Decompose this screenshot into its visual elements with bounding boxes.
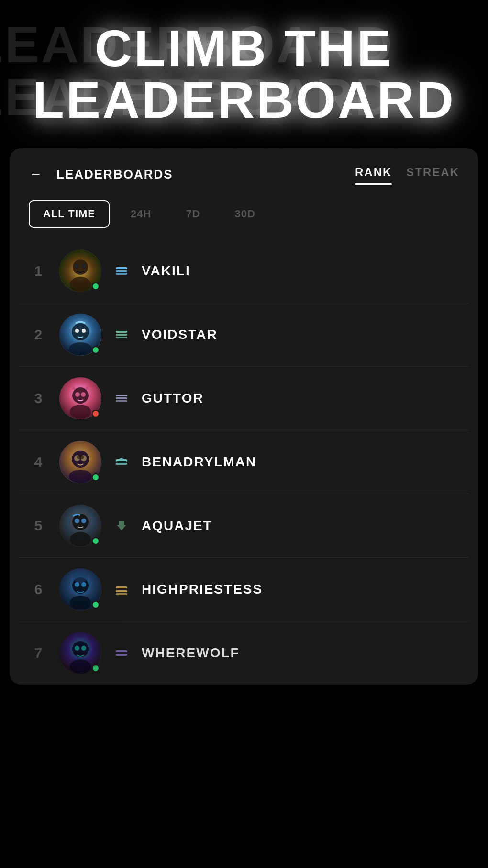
- svg-point-2: [70, 277, 91, 292]
- svg-point-34: [70, 532, 91, 546]
- svg-point-36: [81, 519, 86, 523]
- avatar-wrap: [59, 441, 101, 483]
- rank-badge-icon: [113, 644, 130, 662]
- svg-rect-44: [116, 593, 127, 595]
- table-row[interactable]: 7: [19, 621, 469, 685]
- rank-badge-icon: [113, 453, 130, 471]
- avatar-wrap: [59, 568, 101, 610]
- svg-rect-23: [116, 400, 127, 402]
- nav-header: ← LEADERBOARDS RANK STREAK: [10, 148, 478, 192]
- rank-badge-icon: [113, 326, 130, 343]
- svg-point-10: [69, 342, 92, 356]
- online-indicator: [92, 410, 100, 417]
- online-indicator: [92, 346, 100, 354]
- rank-number: 3: [29, 390, 48, 406]
- rank-badge-icon: [113, 581, 130, 598]
- rank-number: 1: [29, 263, 48, 279]
- svg-point-40: [75, 582, 79, 587]
- rank-number: 4: [29, 454, 48, 470]
- svg-point-11: [75, 329, 79, 333]
- leaderboard-list: 1: [10, 239, 478, 685]
- online-indicator: [92, 282, 100, 290]
- avatar-wrap: [59, 632, 101, 674]
- online-indicator: [92, 537, 100, 545]
- table-row[interactable]: 1: [19, 239, 469, 303]
- avatar-wrap: [59, 314, 101, 356]
- hero-title-line2: LEADERBOARD: [33, 74, 455, 126]
- svg-rect-21: [116, 397, 127, 399]
- player-name: BENADRYLMAN: [142, 454, 459, 470]
- player-name: WHEREWOLF: [142, 645, 459, 661]
- svg-rect-14: [116, 331, 127, 333]
- filter-7d[interactable]: 7D: [172, 201, 213, 227]
- avatar-wrap: [59, 505, 101, 547]
- svg-point-29: [77, 455, 84, 459]
- svg-point-20: [81, 392, 86, 397]
- filter-24h[interactable]: 24H: [117, 201, 165, 227]
- rank-number: 5: [29, 518, 48, 534]
- svg-rect-7: [116, 273, 127, 275]
- svg-point-12: [82, 329, 86, 333]
- time-filter: ALL TIME 24H 7D 30D: [10, 192, 478, 239]
- svg-rect-22: [116, 395, 127, 396]
- svg-point-47: [70, 659, 91, 674]
- rank-number: 6: [29, 581, 48, 597]
- rank-number: 7: [29, 645, 48, 661]
- player-name: GUTTOR: [142, 391, 459, 406]
- hero-title-line1: CLIMB THE: [95, 23, 393, 74]
- table-row[interactable]: 3: [19, 366, 469, 430]
- svg-rect-13: [116, 334, 127, 336]
- player-name: VAKILI: [142, 263, 459, 279]
- rank-number: 2: [29, 327, 48, 343]
- player-name: HIGHPRIESTESS: [142, 582, 459, 597]
- tab-rank[interactable]: RANK: [355, 166, 392, 183]
- online-indicator: [92, 665, 100, 672]
- online-indicator: [92, 601, 100, 609]
- filter-30d[interactable]: 30D: [222, 201, 269, 227]
- svg-rect-5: [116, 270, 127, 272]
- svg-rect-42: [116, 590, 127, 592]
- table-row[interactable]: 2: [19, 303, 469, 366]
- avatar-wrap: [59, 377, 101, 419]
- avatar-wrap: [59, 250, 101, 292]
- svg-rect-50: [116, 654, 127, 656]
- player-name: AQUAJET: [142, 518, 459, 533]
- rank-badge-icon: [113, 390, 130, 407]
- svg-point-49: [81, 646, 86, 651]
- table-row[interactable]: 5: [19, 494, 469, 557]
- svg-point-4: [82, 264, 87, 269]
- svg-rect-6: [116, 267, 127, 269]
- table-row[interactable]: 6: [19, 557, 469, 621]
- hero-section: LEADERBOARD LEADERBOARD CLIMB THE LEADER…: [0, 0, 488, 148]
- table-row[interactable]: 4: [19, 430, 469, 494]
- svg-point-41: [81, 582, 86, 587]
- svg-point-35: [75, 519, 79, 523]
- tab-streak[interactable]: STREAK: [406, 166, 459, 183]
- svg-point-46: [72, 641, 89, 657]
- svg-point-3: [74, 264, 79, 269]
- svg-point-26: [69, 470, 92, 483]
- svg-rect-30: [116, 463, 127, 465]
- leaderboard-card: ← LEADERBOARDS RANK STREAK ALL TIME 24H …: [10, 148, 478, 685]
- svg-rect-15: [116, 337, 127, 338]
- svg-point-19: [75, 392, 80, 397]
- svg-point-18: [70, 405, 91, 419]
- rank-badge-icon: [113, 262, 130, 280]
- svg-point-48: [75, 646, 79, 651]
- nav-title: LEADERBOARDS: [56, 167, 173, 182]
- rank-badge-icon: [113, 517, 130, 534]
- svg-rect-51: [116, 650, 127, 652]
- back-button[interactable]: ←: [29, 167, 42, 182]
- filter-all-time[interactable]: ALL TIME: [29, 200, 110, 228]
- svg-rect-43: [116, 586, 127, 588]
- online-indicator: [92, 473, 100, 481]
- svg-point-39: [70, 596, 91, 610]
- player-name: VOIDSTAR: [142, 327, 459, 342]
